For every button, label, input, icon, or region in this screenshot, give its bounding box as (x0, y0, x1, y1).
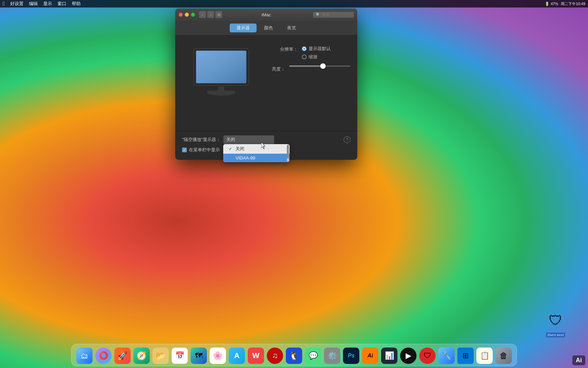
photoshop-icon: Ps (343, 348, 359, 364)
forward-button[interactable]: › (207, 11, 214, 18)
dock-item-siri[interactable]: ⭕ (95, 346, 112, 364)
launchpad-icon: 🚀 (114, 348, 131, 364)
safari-icon: 🧭 (133, 348, 150, 364)
menu-window[interactable]: 窗口 (58, 1, 66, 7)
svg-text:🗂: 🗂 (81, 352, 88, 360)
appcleaner-icon: 🔧 (438, 348, 455, 364)
dock-item-appcleaner[interactable]: 🔧 (438, 346, 455, 364)
grid-button[interactable]: ⊞ (215, 11, 222, 18)
trash-icon: 🗑 (495, 348, 512, 364)
dock-item-appstore[interactable]: A (228, 346, 246, 364)
window-content:  分辨率： 显示器默认 缩放 (175, 35, 357, 131)
itlwm-icon-label: itlwm.kext (546, 333, 565, 337)
dock-item-win[interactable]: ⊞ (457, 346, 474, 364)
minimize-button[interactable] (185, 13, 189, 17)
menubar:  好设置 编辑 显示 窗口 帮助 🔋 47% 周二下午10:49 (0, 0, 588, 7)
wechat-icon: 💬 (305, 348, 321, 364)
menu-help[interactable]: 帮助 (72, 1, 81, 7)
illustrator-icon: Ai (362, 348, 378, 364)
help-button[interactable]: ? (344, 136, 350, 143)
menu-settings[interactable]: 好设置 (10, 1, 23, 7)
menu-battery: 🔋 47% (545, 2, 558, 6)
airplay-dropdown-container: 关闭 ✓ 关闭 VIDAA-99 (223, 135, 274, 144)
dock-item-photos[interactable]: 🌸 (209, 346, 227, 364)
wps-icon: W (248, 348, 264, 364)
dock-item-notes2[interactable]: 📋 (476, 346, 493, 364)
tab-nightshift[interactable]: 夜览 (280, 24, 303, 32)
resolution-default-radio[interactable] (302, 46, 307, 51)
brightness-slider-container (289, 65, 350, 67)
resolution-label: 分辨率： (267, 46, 298, 52)
itlwm-desktop-icon[interactable]: 🛡 itlwm.kext (542, 309, 569, 337)
resolution-scaled-radio[interactable] (302, 55, 307, 59)
dock-item-illustrator[interactable]: Ai (361, 346, 379, 364)
dock-item-safari[interactable]: 🧭 (133, 346, 150, 364)
dropdown-selected-text: 关闭 (226, 137, 235, 143)
dropdown-vidaa-label: VIDAA-99 (235, 155, 255, 160)
resolution-row: 分辨率： 显示器默认 缩放 (267, 46, 350, 60)
search-input[interactable] (322, 13, 351, 17)
brightness-fill (289, 65, 323, 67)
close-button[interactable] (179, 13, 183, 17)
dock-item-qq[interactable]: 🐧 (285, 346, 303, 364)
dock-item-iina[interactable]: ▶ (399, 346, 417, 364)
iina-icon: ▶ (400, 348, 416, 364)
dock-item-calendar[interactable]: 📅 (171, 346, 189, 364)
dock-item-gp[interactable]: 🛡 (419, 346, 436, 364)
actmon-icon: 📊 (381, 348, 397, 364)
traffic-lights (179, 13, 195, 17)
siri-icon: ⭕ (95, 348, 112, 364)
calendar-icon: 📅 (172, 348, 188, 364)
dropdown-close-label: 关闭 (235, 146, 244, 152)
window-titlebar: ‹ › ⊞ iMac 🔍 (175, 9, 357, 21)
dock-item-actmon[interactable]: 📊 (380, 346, 398, 364)
menubar-checkbox[interactable] (182, 148, 187, 152)
apple-menu[interactable]:  (3, 1, 5, 7)
appstore-icon: A (229, 348, 245, 364)
airplay-row: "隔空播放"显示器： 关闭 ✓ 关闭 VIDAA-99 (182, 135, 350, 144)
tab-color[interactable]: 颜色 (257, 24, 280, 32)
window-title: iMac (262, 12, 271, 17)
win-icon: ⊞ (457, 348, 474, 364)
tab-display[interactable]: 显示器 (230, 24, 257, 32)
dock-item-trash[interactable]: 🗑 (495, 346, 512, 364)
dock-item-launchpad[interactable]: 🚀 (114, 346, 131, 364)
resolution-scaled[interactable]: 缩放 (302, 54, 331, 60)
back-button[interactable]: ‹ (199, 11, 206, 18)
brightness-label: 亮度： (267, 65, 285, 72)
search-box[interactable]: 🔍 (313, 12, 354, 18)
airplay-label: "隔空播放"显示器： (182, 137, 220, 143)
dock-item-netease[interactable]: ♫ (266, 346, 284, 364)
imac-illustration:  (182, 41, 260, 109)
dock-item-wps[interactable]: W (247, 346, 265, 364)
brightness-row: 亮度： (267, 65, 350, 72)
menu-edit[interactable]: 编辑 (29, 1, 38, 7)
dropdown-item-close[interactable]: ✓ 关闭 (223, 144, 290, 154)
dock-item-sysprefs[interactable]: ⚙️ (323, 346, 341, 364)
svg-rect-6 (208, 91, 235, 93)
dock-item-finder[interactable]: 🗂 (76, 346, 93, 364)
maps-icon: 🗺 (191, 348, 207, 364)
dock-item-photoshop[interactable]: Ps (342, 346, 360, 364)
dock-item-notes[interactable]: 📂 (152, 346, 169, 364)
nav-buttons: ‹ › (199, 11, 214, 18)
airplay-dropdown-button[interactable]: 关闭 (223, 135, 274, 144)
menubar-checkbox-item[interactable]: 在菜单栏中显示 (182, 147, 223, 153)
imac-window: ‹ › ⊞ iMac 🔍 显示器 颜色 夜览 (175, 9, 357, 160)
maximize-button[interactable] (191, 13, 195, 17)
netease-icon: ♫ (267, 348, 283, 364)
airplay-dropdown-menu[interactable]: ✓ 关闭 VIDAA-99 (223, 144, 290, 162)
dock-item-wechat[interactable]: 💬 (304, 346, 322, 364)
itlwm-icon-image: 🛡 (545, 309, 567, 331)
dock-item-maps[interactable]: 🗺 (190, 346, 208, 364)
menu-view[interactable]: 显示 (43, 1, 52, 7)
tabs-bar: 显示器 颜色 夜览 (175, 21, 357, 35)
resolution-default[interactable]: 显示器默认 (302, 46, 331, 52)
dropdown-scrollbar[interactable] (287, 145, 289, 162)
brightness-track[interactable] (289, 65, 350, 67)
sysprefs-icon: ⚙️ (324, 348, 340, 364)
resolution-scaled-label: 缩放 (309, 54, 317, 60)
brightness-thumb[interactable] (320, 63, 326, 69)
dropdown-item-vidaa[interactable]: VIDAA-99 (223, 154, 290, 162)
ai-badge: Ai (572, 355, 585, 365)
